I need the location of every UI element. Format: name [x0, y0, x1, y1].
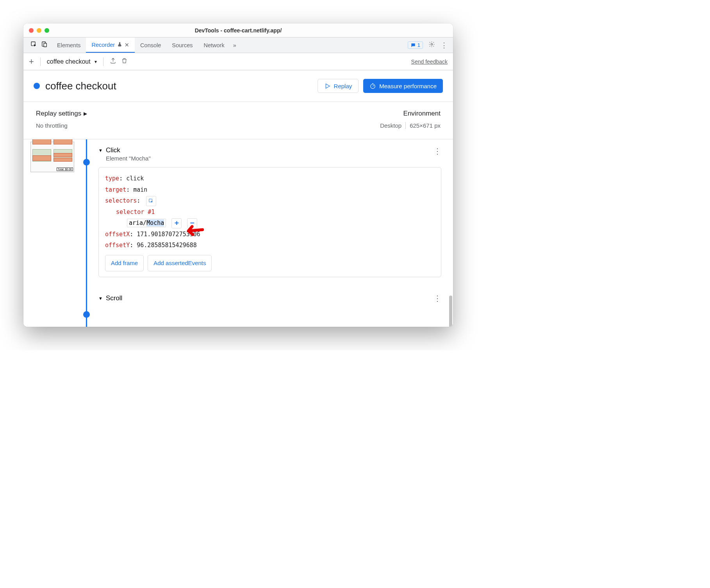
throttling-label: No throttling	[36, 122, 380, 129]
step-scroll-header[interactable]: ▼ Scroll ⋮	[98, 294, 441, 303]
step-title: Scroll	[106, 294, 123, 302]
minimize-window-button[interactable]	[37, 28, 41, 33]
window-title: DevTools - coffee-cart.netlify.app/	[23, 27, 453, 34]
chevron-down-icon: ▼	[98, 148, 103, 153]
device-toolbar-icon[interactable]	[41, 41, 48, 49]
step-thumbnail[interactable]: Total: $0.00	[30, 142, 74, 172]
recording-selector[interactable]: coffee checkout ▾	[47, 58, 97, 65]
tab-console[interactable]: Console	[135, 37, 166, 53]
settings-gear-icon[interactable]	[428, 41, 435, 49]
svg-point-3	[431, 43, 432, 45]
chevron-right-icon: ▶	[84, 111, 87, 116]
viewport-dimensions: 625×671 px	[410, 122, 441, 129]
step-more-icon[interactable]: ⋮	[433, 146, 441, 156]
chevron-down-icon: ▼	[98, 296, 103, 301]
tab-elements[interactable]: Elements	[52, 37, 86, 53]
step-more-icon[interactable]: ⋮	[433, 294, 441, 303]
recording-status-dot	[34, 83, 40, 89]
measure-performance-button[interactable]: Measure performance	[363, 79, 443, 93]
window-titlebar: DevTools - coffee-cart.netlify.app/	[23, 23, 453, 37]
kebab-menu-icon[interactable]: ⋮	[441, 41, 448, 50]
tab-recorder[interactable]: Recorder ✕	[86, 37, 135, 53]
add-frame-button[interactable]: Add frame	[105, 255, 144, 272]
recorder-toolbar: + coffee checkout ▾ Send feedback	[23, 53, 453, 70]
close-window-button[interactable]	[29, 28, 34, 33]
new-recording-icon[interactable]: +	[29, 57, 34, 67]
timeline: Total: $0.00 ▼ Click Element "Mocha" ⋮	[23, 139, 453, 327]
replay-button[interactable]: Replay	[318, 79, 359, 93]
environment-label: Environment	[380, 110, 441, 118]
recording-header: coffee checkout Replay Measure performan…	[23, 70, 453, 102]
step-click-header[interactable]: ▼ Click Element "Mocha" ⋮	[98, 146, 441, 162]
scrollbar-thumb[interactable]	[449, 296, 452, 327]
chevron-down-icon: ▾	[95, 59, 97, 64]
thumbnail-total-badge: Total: $0.00	[57, 167, 73, 171]
export-icon[interactable]	[110, 57, 116, 66]
step-details-card: type: click target: main selectors: sele…	[98, 167, 441, 277]
maximize-window-button[interactable]	[45, 28, 49, 33]
timeline-node[interactable]	[83, 311, 90, 318]
settings-row: Replay settings ▶ No throttling Environm…	[23, 102, 453, 139]
steps-column: ▼ Click Element "Mocha" ⋮ type: click ta…	[97, 139, 453, 327]
device-label: Desktop	[380, 122, 401, 129]
svg-point-4	[371, 84, 375, 88]
add-asserted-events-button[interactable]: Add assertedEvents	[148, 255, 212, 272]
inspect-element-icon[interactable]	[30, 41, 37, 49]
tab-bar: Elements Recorder ✕ Console Sources Netw…	[23, 37, 453, 53]
tab-network[interactable]: Network	[198, 37, 230, 53]
close-tab-icon[interactable]: ✕	[125, 42, 129, 48]
step-title: Click	[106, 146, 151, 154]
add-selector-button[interactable]: +	[171, 218, 182, 228]
timeline-node[interactable]	[83, 159, 90, 166]
svg-rect-2	[44, 43, 46, 47]
more-tabs-icon[interactable]: »	[230, 37, 239, 53]
traffic-lights	[29, 28, 49, 33]
step-subtitle: Element "Mocha"	[106, 155, 151, 162]
selector-picker-button[interactable]	[146, 196, 156, 206]
replay-settings-toggle[interactable]: Replay settings ▶	[36, 110, 380, 118]
timeline-rail	[77, 139, 97, 327]
thumbnail-column: Total: $0.00	[30, 139, 77, 327]
recording-title: coffee checkout	[45, 80, 116, 92]
send-feedback-link[interactable]: Send feedback	[411, 59, 448, 65]
selector-input[interactable]: aria/Mocha	[127, 219, 166, 227]
flask-icon	[117, 42, 122, 48]
delete-icon[interactable]	[121, 57, 128, 66]
issues-badge[interactable]: 1	[408, 41, 423, 49]
scrollbar[interactable]	[449, 296, 452, 315]
devtools-window: DevTools - coffee-cart.netlify.app/ Elem…	[23, 23, 453, 327]
tab-sources[interactable]: Sources	[166, 37, 198, 53]
